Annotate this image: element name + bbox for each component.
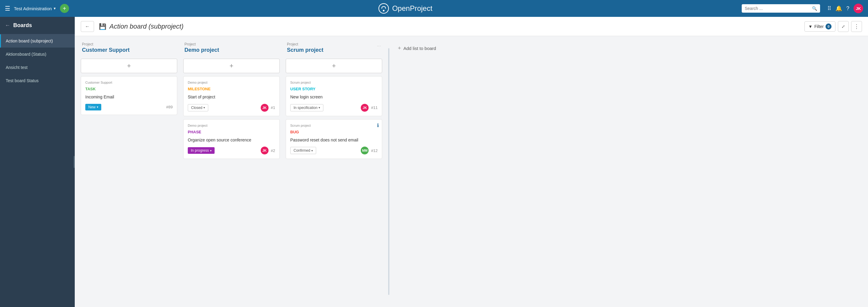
more-options-button[interactable]: ⋮ [851,21,862,32]
column-header-0: ProjectCustomer Support [81,42,177,56]
sidebar-header: ← Boards [0,17,75,34]
page-actions: ▼ Filter 0 ⤢ ⋮ [804,21,862,32]
sidebar-item-3[interactable]: Test board Status [0,74,75,87]
card-project-2-0: Scrum project [290,81,378,84]
card-type-1-0: MILESTONE [188,87,275,91]
sidebar-resize-handle[interactable] [73,156,75,168]
add-list-plus-icon: + [398,45,401,52]
card-status-2-1[interactable]: Confirmed▾ [290,147,316,154]
project-name: Test Administration [14,6,52,11]
sidebar-item-2[interactable]: Ansicht test [0,61,75,74]
card-project-1-0: Demo project [188,81,275,84]
card-footer-0-0: New▾#89 [85,104,173,110]
board-card-2-1: ℹScrum projectBUGPassword reset does not… [286,119,382,159]
filter-label: Filter [814,24,824,29]
column-label-1: Project [184,42,219,46]
card-project-2-1: Scrum project [290,124,378,127]
sidebar-back-icon[interactable]: ← [5,22,10,29]
card-status-1-1[interactable]: In progress▾ [188,147,215,154]
card-number-0-0: #89 [166,105,173,109]
add-card-button-1[interactable]: + [183,59,280,73]
column-more-icon-2[interactable]: ··· [377,42,381,49]
add-card-button-0[interactable]: + [81,59,177,73]
filter-button[interactable]: ▼ Filter 0 [804,21,835,32]
topnav: ☰ Test Administration ▼ + OpenProject 🔍 … [0,0,868,17]
bell-icon[interactable]: 🔔 [835,5,842,12]
card-footer-2-0: In specification▾JK#11 [290,104,378,112]
column-title-1: Demo project [184,47,219,53]
board-icon: 💾 [99,23,106,30]
card-project-1-1: Demo project [188,124,275,127]
board-card-1-0: Demo projectMILESTONEStart of projectClo… [183,76,280,116]
main-content: ← 💾 Action board (subproject) ▼ Filter 0… [75,17,868,307]
status-arrow-icon: ▾ [204,106,205,109]
sidebar-title: Boards [13,22,32,29]
card-title-2-0: New login screen [290,94,378,100]
column-header-2: ProjectScrum project··· [286,42,382,56]
filter-count: 0 [826,24,832,30]
card-avatar-1-1: JK [261,146,269,155]
board-column-2: ProjectScrum project···+Scrum projectUSE… [286,42,382,301]
card-title-0-0: Incoming Email [85,94,173,100]
hamburger-icon[interactable]: ☰ [5,5,10,12]
status-label: New [88,105,96,109]
project-dropdown-icon: ▼ [53,7,56,10]
topnav-icons: ⠿ 🔔 ? JK [827,4,863,13]
svg-point-1 [383,10,384,11]
card-number-1-0: #1 [271,105,275,110]
filter-icon: ▼ [808,24,812,29]
status-arrow-icon: ▾ [210,149,212,152]
add-card-button-2[interactable]: + [286,59,382,73]
card-title-2-1: Password reset does not send email [290,137,378,143]
board-column-separator[interactable] [388,48,390,295]
column-title-0: Customer Support [82,47,130,53]
logo-text: OpenProject [392,4,432,13]
card-status-2-0[interactable]: In specification▾ [290,104,323,111]
card-avatar-2-1: MM [361,146,369,155]
status-arrow-icon: ▾ [97,105,98,109]
status-label: In specification [293,106,317,110]
expand-button[interactable]: ⤢ [838,21,849,32]
card-status-1-0[interactable]: Closed▾ [188,104,208,111]
card-type-1-1: PHASE [188,130,275,134]
sidebar: ← Boards Action board (subproject)Aktion… [0,17,75,307]
column-label-0: Project [82,42,130,46]
column-title-2: Scrum project [287,47,323,53]
page-title: Action board (subproject) [110,23,184,30]
openproject-logo-icon [378,3,389,14]
user-avatar[interactable]: JK [854,4,863,13]
card-footer-1-1: In progress▾JK#2 [188,146,275,155]
card-type-2-1: BUG [290,130,378,134]
card-info-icon[interactable]: ℹ [377,123,379,128]
logo: OpenProject [73,3,738,14]
status-arrow-icon: ▾ [318,106,320,109]
grid-icon[interactable]: ⠿ [827,5,831,12]
sidebar-item-0[interactable]: Action board (subproject) [0,34,75,47]
board-card-0-0: Customer SupportTASKIncoming EmailNew▾#8… [81,76,177,115]
card-title-1-0: Start of project [188,94,275,100]
add-button[interactable]: + [60,4,69,13]
sidebar-item-1[interactable]: Aktionsboard (Status) [0,47,75,61]
board-column-1: ProjectDemo project+Demo projectMILESTON… [183,42,280,301]
board-content: ProjectCustomer Support+Customer Support… [75,36,868,307]
card-avatar-1-0: JK [261,104,269,112]
page-header: ← 💾 Action board (subproject) ▼ Filter 0… [75,17,868,36]
column-header-1: ProjectDemo project [183,42,280,56]
card-footer-2-1: Confirmed▾MM#12 [290,146,378,155]
project-selector[interactable]: Test Administration ▼ [14,6,56,11]
card-avatar-2-0: JK [361,104,369,112]
page-title-area: 💾 Action board (subproject) [99,23,800,30]
card-number-2-0: #11 [371,105,378,110]
status-label: In progress [191,148,209,152]
back-button[interactable]: ← [81,21,94,32]
column-label-2: Project [287,42,323,46]
add-list-button[interactable]: +Add list to board [396,43,438,53]
search-input[interactable] [745,6,810,11]
status-arrow-icon: ▾ [311,149,313,152]
card-status-0-0[interactable]: New▾ [85,104,101,110]
search-box[interactable]: 🔍 [742,4,820,13]
help-icon[interactable]: ? [846,5,849,12]
board-column-0: ProjectCustomer Support+Customer Support… [81,42,177,301]
card-number-2-1: #12 [371,148,378,153]
board-card-2-0: Scrum projectUSER STORYNew login screenI… [286,76,382,116]
